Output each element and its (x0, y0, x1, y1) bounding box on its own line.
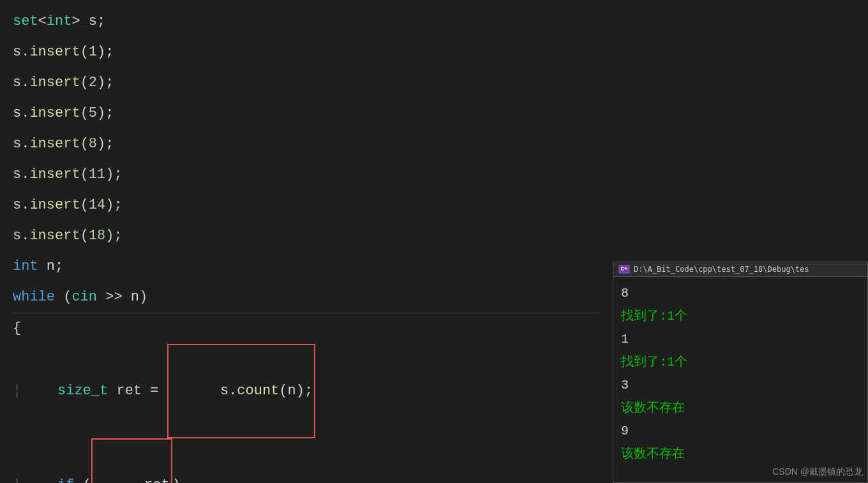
code-line-2: s.insert(1); (13, 37, 600, 68)
terminal-panel: C+ D:\A_Bit_Code\cpp\test_07_18\Debug\te… (613, 262, 868, 483)
terminal-titlebar: C+ D:\A_Bit_Code\cpp\test_07_18\Debug\te… (613, 262, 867, 277)
code-line-11: { (13, 313, 600, 344)
code-line-6: s.insert(11); (13, 160, 600, 190)
terminal-line-1: 8 (621, 282, 860, 305)
terminal-title: D:\A_Bit_Code\cpp\test_07_18\Debug\tes (634, 265, 809, 274)
code-line-3: s.insert(2); (13, 68, 600, 98)
code-line-5: s.insert(8); (13, 129, 600, 160)
terminal-body: 8 找到了:1个 1 找到了:1个 3 该数不存在 9 该数不存在 (613, 277, 867, 471)
code-line-13: ¦ if ( ret ) (13, 438, 600, 483)
highlight-ret: ret (91, 438, 172, 483)
terminal-line-5: 3 (621, 374, 860, 397)
code-line-7: s.insert(14); (13, 190, 600, 221)
terminal-line-7: 9 (621, 420, 860, 443)
terminal-line-4: 找到了:1个 (621, 351, 860, 374)
watermark: CSDN @戴墨镜的恐龙 (772, 466, 863, 478)
terminal-line-6: 该数不存在 (621, 397, 860, 420)
code-line-1: set<int> s; (13, 6, 600, 37)
terminal-line-3: 1 (621, 328, 860, 351)
code-line-8: s.insert(18); (13, 221, 600, 251)
terminal-line-8: 该数不存在 (621, 443, 860, 466)
code-editor: set<int> s; s.insert(1); s.insert(2); s.… (0, 0, 613, 483)
terminal-app-icon: C+ (618, 265, 630, 274)
code-line-9: int n; (13, 251, 600, 282)
terminal-line-2: 找到了:1个 (621, 305, 860, 328)
code-line-4: s.insert(5); (13, 98, 600, 129)
code-line-12: ¦ size_t ret = s.count(n); (13, 344, 600, 438)
code-line-10: while (cin >> n) (13, 282, 600, 313)
highlight-s-count: s.count(n); (167, 344, 315, 438)
